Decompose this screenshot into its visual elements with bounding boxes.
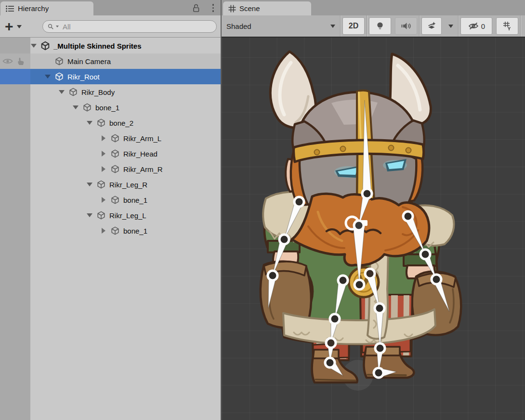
row-label: bone_1 xyxy=(123,227,147,235)
hidden-objects-button[interactable]: 0 xyxy=(460,17,492,35)
visibility-eye-icon[interactable] xyxy=(2,58,13,65)
joint[interactable] xyxy=(329,313,341,325)
collapse-triangle-icon[interactable] xyxy=(100,165,107,173)
scene-tabbar: Scene xyxy=(222,0,525,15)
toolbar-separator xyxy=(458,15,459,37)
hierarchy-panel: Hierarchy + All xyxy=(0,0,221,420)
expand-triangle-icon[interactable] xyxy=(86,181,93,188)
unity-editor-window: Hierarchy + All xyxy=(0,0,525,420)
gameobject-cube-icon xyxy=(82,103,92,112)
hidden-count-label: 0 xyxy=(481,22,485,30)
joint[interactable] xyxy=(267,270,279,282)
gameobject-cube-icon xyxy=(110,226,120,236)
scene-header-row[interactable]: _Multiple Skinned Sprites xyxy=(0,38,250,53)
scene-render[interactable] xyxy=(222,38,525,420)
gameobject-cube-icon xyxy=(54,56,64,66)
scene-effects-button[interactable] xyxy=(421,17,442,35)
row-label: Rikr_Leg_L xyxy=(109,211,146,220)
expand-triangle-icon[interactable] xyxy=(72,104,79,111)
expand-triangle-icon[interactable] xyxy=(86,119,93,127)
effects-layers-icon xyxy=(427,21,436,31)
joint[interactable] xyxy=(354,279,366,291)
gameobject-cube-icon xyxy=(96,180,106,189)
joint[interactable] xyxy=(420,249,432,261)
unity-scene-icon xyxy=(40,41,50,51)
joint[interactable] xyxy=(402,210,414,223)
search-placeholder: All xyxy=(63,23,71,31)
joint[interactable] xyxy=(293,196,305,208)
eye-hidden-icon xyxy=(468,22,479,30)
toggle-2d-button[interactable]: 2D xyxy=(342,17,365,35)
joint[interactable] xyxy=(337,275,349,287)
expand-triangle-icon[interactable] xyxy=(44,73,52,80)
speaker-icon xyxy=(401,22,411,30)
toolbar-separator xyxy=(520,15,521,37)
expand-triangle-icon[interactable] xyxy=(30,42,38,50)
gameobject-cube-icon xyxy=(110,195,120,205)
expand-triangle-icon[interactable] xyxy=(58,88,66,96)
gameobject-cube-icon xyxy=(96,210,106,220)
dropdown-caret-icon xyxy=(330,25,335,28)
create-dropdown-caret-icon xyxy=(17,25,22,28)
joint[interactable] xyxy=(324,357,336,369)
unlock-icon[interactable] xyxy=(192,3,200,13)
scene-toolbar: Shaded 2D xyxy=(222,15,525,38)
gameobject-cube-icon xyxy=(110,149,120,158)
toolbar-separator xyxy=(367,15,367,37)
joint[interactable] xyxy=(431,274,443,286)
collapse-triangle-icon[interactable] xyxy=(100,134,107,142)
gameobject-cube-icon xyxy=(110,133,120,143)
row-label: bone_1 xyxy=(123,196,147,204)
scene-viewport[interactable] xyxy=(222,38,525,420)
joint[interactable] xyxy=(364,268,376,280)
collapse-triangle-icon[interactable] xyxy=(100,150,107,158)
hierarchy-tab-label: Hierarchy xyxy=(18,4,49,13)
joint[interactable] xyxy=(374,342,386,354)
hierarchy-search-input[interactable]: All xyxy=(42,20,217,33)
row-label: Rikr_Head xyxy=(123,150,158,158)
expand-triangle-icon[interactable] xyxy=(86,211,93,219)
gameobject-cube-icon xyxy=(68,87,78,97)
toolbar-separator xyxy=(340,15,341,37)
collapse-triangle-icon[interactable] xyxy=(100,196,107,204)
row-label: bone_2 xyxy=(109,119,133,127)
shading-mode-dropdown[interactable]: Shaded xyxy=(222,22,340,30)
hierarchy-menu-kebab-icon[interactable] xyxy=(212,4,214,12)
pickability-hand-icon[interactable] xyxy=(17,57,25,66)
lightbulb-icon xyxy=(376,21,384,31)
tab-scene[interactable]: Scene xyxy=(223,1,311,15)
scene-name-label: _Multiple Skinned Sprites xyxy=(53,42,142,50)
row-label: Rikr_Arm_R xyxy=(123,165,163,173)
row-label: Rikr_Arm_L xyxy=(123,134,161,143)
search-icon xyxy=(48,24,54,30)
joint[interactable] xyxy=(373,367,385,379)
row-label: Main Camera xyxy=(67,57,111,66)
scene-lighting-button[interactable] xyxy=(369,17,391,35)
tab-hierarchy[interactable]: Hierarchy xyxy=(0,1,93,15)
joint[interactable] xyxy=(361,188,373,200)
row-label: Rikr_Leg_R xyxy=(109,181,147,189)
scene-tab-label: Scene xyxy=(239,4,260,13)
joint[interactable] xyxy=(374,302,386,315)
scene-grid-icon xyxy=(228,5,236,13)
gameobject-cube-icon xyxy=(96,118,106,128)
row-label: Rikr_Root xyxy=(67,73,100,81)
joint[interactable] xyxy=(325,337,337,349)
grid-visibility-button[interactable] xyxy=(496,17,518,35)
search-filter-caret-icon xyxy=(56,26,59,27)
row-label: Rikr_Body xyxy=(81,88,115,96)
shading-mode-label: Shaded xyxy=(226,22,251,30)
toolbar-separator xyxy=(419,15,420,37)
scene-panel: Scene Shaded 2D xyxy=(222,0,525,420)
effects-dropdown-caret[interactable] xyxy=(445,25,457,28)
create-object-button[interactable]: + xyxy=(5,18,27,35)
collapse-triangle-icon[interactable] xyxy=(100,227,107,235)
hierarchy-tabbar: Hierarchy xyxy=(0,0,221,15)
joint[interactable] xyxy=(353,220,365,232)
grid-axis-icon xyxy=(502,21,512,31)
joint[interactable] xyxy=(278,234,290,246)
scene-audio-button[interactable] xyxy=(395,17,417,35)
hierarchy-toolbar: + All xyxy=(0,15,221,38)
row-label: bone_1 xyxy=(95,104,119,112)
hierarchy-list-icon xyxy=(6,5,14,12)
